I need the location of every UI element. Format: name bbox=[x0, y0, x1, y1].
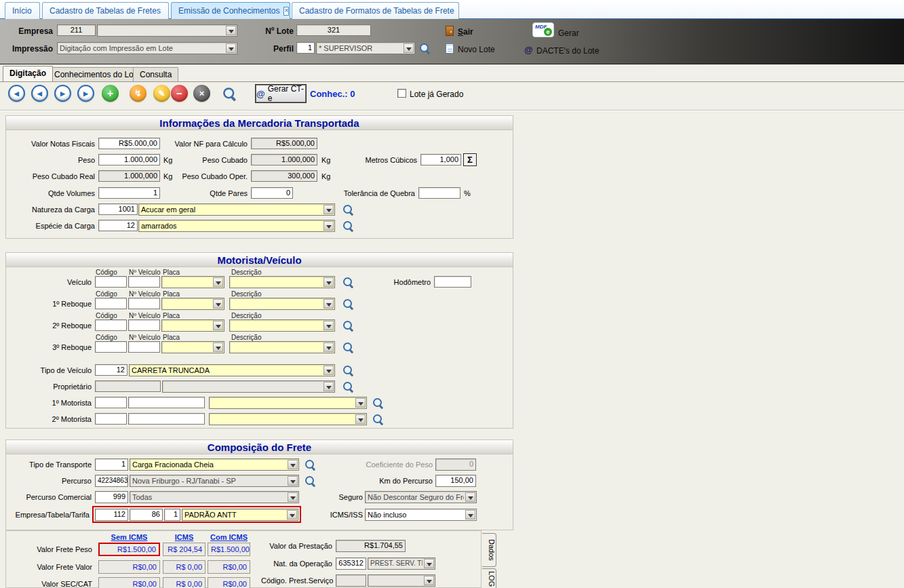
search-icon[interactable] bbox=[304, 459, 316, 471]
dacte-button[interactable]: DACTE's do Lote bbox=[536, 46, 599, 56]
dropdown-arrow-icon[interactable] bbox=[424, 576, 434, 585]
reboque2-descricao-combo[interactable] bbox=[229, 319, 335, 332]
veiculo-codigo-field[interactable] bbox=[95, 276, 127, 288]
peso-field[interactable]: 1.000,000 bbox=[98, 154, 160, 165]
reboque2-placa-combo[interactable] bbox=[161, 319, 224, 332]
icms-iss-combo[interactable]: Não incluso bbox=[365, 509, 477, 521]
side-tab-dados[interactable]: Dados bbox=[482, 533, 496, 567]
perfil-combo[interactable]: * SUPERVISOR bbox=[316, 42, 415, 54]
search-icon[interactable] bbox=[342, 204, 354, 216]
motorista1-codigo-field[interactable] bbox=[95, 397, 127, 408]
hodometro-field[interactable] bbox=[434, 276, 471, 288]
especie-combo[interactable]: amarrados bbox=[138, 220, 335, 232]
tipo-veiculo-code-field[interactable]: 12 bbox=[95, 364, 127, 376]
km-percurso-field[interactable]: 150,00 bbox=[435, 475, 476, 487]
perfil-code-field[interactable]: 1 bbox=[296, 42, 315, 54]
valor-notas-field[interactable]: R$5.000,00 bbox=[98, 138, 160, 149]
subtab-consulta[interactable]: Consulta bbox=[133, 67, 178, 81]
tab-emissao-conhecimentos[interactable]: Emissão de Conhecimentos × bbox=[171, 2, 290, 19]
side-tab-log[interactable]: LOG d bbox=[482, 568, 496, 588]
search-icon[interactable] bbox=[342, 220, 354, 232]
nav-next-button[interactable]: ▶ bbox=[54, 85, 71, 102]
empresa-tabela-tabela-field[interactable]: 86 bbox=[130, 509, 163, 521]
reboque2-num-field[interactable] bbox=[128, 319, 160, 331]
natureza-code-field[interactable]: 1001 bbox=[98, 203, 138, 215]
dropdown-arrow-icon[interactable] bbox=[323, 342, 334, 352]
close-tab-icon[interactable]: × bbox=[283, 7, 289, 16]
percurso-combo[interactable]: Nova Friburgo - RJ/Tanabi - SP bbox=[130, 475, 299, 487]
dropdown-arrow-icon[interactable] bbox=[323, 277, 334, 287]
search-icon[interactable] bbox=[372, 397, 384, 409]
veiculo-num-field[interactable] bbox=[128, 276, 160, 288]
empresa-tabela-tarifa-field[interactable]: 1 bbox=[164, 509, 180, 521]
search-icon[interactable] bbox=[304, 475, 316, 487]
search-icon[interactable] bbox=[372, 414, 384, 425]
sum-button[interactable]: Σ bbox=[463, 153, 477, 166]
subtab-conhecimentos-lote[interactable]: Conhecimentos do Lote bbox=[47, 67, 147, 81]
motorista2-codigo-field[interactable] bbox=[95, 413, 127, 425]
nav-first-button[interactable]: ◀ bbox=[8, 85, 25, 102]
dropdown-arrow-icon[interactable] bbox=[323, 299, 334, 309]
dropdown-arrow-icon[interactable] bbox=[288, 476, 298, 486]
impressao-combo[interactable]: Digitação com Impressão em Lote bbox=[57, 42, 237, 54]
nav-last-button[interactable]: ▶ bbox=[77, 85, 94, 102]
dropdown-arrow-icon[interactable] bbox=[226, 43, 236, 53]
percurso-comercial-code-field[interactable]: 999 bbox=[95, 491, 128, 503]
dropdown-arrow-icon[interactable] bbox=[323, 382, 334, 391]
dropdown-arrow-icon[interactable] bbox=[323, 321, 334, 330]
tab-cadastro-tabelas-fretes[interactable]: Cadastro de Tabelas de Fretes bbox=[42, 2, 169, 19]
empresa-tabela-combo[interactable]: PADRÃO ANTT bbox=[182, 509, 298, 521]
motorista1-combo[interactable] bbox=[209, 397, 367, 409]
delete-record-button[interactable]: − bbox=[171, 85, 188, 102]
veiculo-placa-combo[interactable] bbox=[161, 276, 224, 288]
dropdown-arrow-icon[interactable] bbox=[465, 510, 475, 520]
reboque3-placa-combo[interactable] bbox=[161, 341, 224, 353]
qtde-pares-field[interactable]: 0 bbox=[251, 187, 293, 199]
tipo-transporte-combo[interactable]: Carga Fracionada Cheia bbox=[130, 458, 299, 471]
edit-record-button[interactable]: ✎ bbox=[153, 85, 170, 102]
dropdown-arrow-icon[interactable] bbox=[355, 414, 366, 424]
motorista2-doc-field[interactable] bbox=[128, 413, 205, 425]
nat-operacao-code-field[interactable]: 635312 bbox=[336, 557, 366, 570]
reboque3-descricao-combo[interactable] bbox=[229, 341, 335, 353]
gerar-cte-button[interactable]: @ Gerar CT-e bbox=[256, 85, 306, 102]
dropdown-arrow-icon[interactable] bbox=[213, 277, 223, 287]
natureza-combo[interactable]: Acucar em geral bbox=[138, 203, 335, 216]
reboque1-num-field[interactable] bbox=[128, 298, 160, 309]
empresa-field[interactable]: 211 bbox=[57, 24, 96, 36]
reboque1-placa-combo[interactable] bbox=[161, 298, 224, 310]
reboque3-codigo-field[interactable] bbox=[95, 341, 127, 353]
tipo-veiculo-combo[interactable]: CARRETA TRUNCADA bbox=[129, 364, 335, 376]
motorista1-doc-field[interactable] bbox=[128, 397, 205, 408]
dropdown-arrow-icon[interactable] bbox=[213, 299, 223, 309]
dropdown-arrow-icon[interactable] bbox=[323, 366, 334, 375]
search-icon[interactable] bbox=[342, 381, 354, 393]
tipo-transporte-code-field[interactable]: 1 bbox=[95, 458, 128, 471]
dropdown-arrow-icon[interactable] bbox=[288, 460, 298, 469]
add-record-button[interactable]: + bbox=[102, 85, 119, 102]
nat-operacao-combo[interactable]: PREST. SERV. TRANS bbox=[368, 557, 435, 570]
dropdown-arrow-icon[interactable] bbox=[213, 342, 223, 352]
post-record-button[interactable]: ↯ bbox=[130, 85, 146, 102]
sair-button[interactable]: Sair bbox=[458, 27, 473, 37]
dropdown-arrow-icon[interactable] bbox=[355, 398, 366, 408]
search-icon[interactable] bbox=[342, 277, 354, 288]
subtab-digitacao[interactable]: Digitação bbox=[3, 66, 53, 81]
dropdown-arrow-icon[interactable] bbox=[226, 26, 236, 35]
tolerancia-field[interactable] bbox=[418, 187, 460, 199]
dropdown-arrow-icon[interactable] bbox=[465, 492, 475, 502]
empresa-tabela-empresa-field[interactable]: 112 bbox=[95, 509, 128, 521]
search-icon[interactable] bbox=[342, 320, 354, 332]
tab-inicio[interactable]: Início bbox=[5, 2, 40, 19]
tab-cadastro-formatos[interactable]: Cadastro de Formatos de Tabelas de Frete bbox=[292, 2, 459, 19]
search-icon[interactable] bbox=[342, 365, 354, 376]
dropdown-arrow-icon[interactable] bbox=[323, 205, 334, 214]
qtde-volumes-field[interactable]: 1 bbox=[98, 187, 160, 199]
veiculo-descricao-combo[interactable] bbox=[229, 276, 335, 288]
reboque3-num-field[interactable] bbox=[128, 341, 160, 353]
gerar-button[interactable]: Gerar bbox=[558, 28, 579, 38]
search-icon[interactable] bbox=[342, 298, 354, 310]
empresa-combo[interactable] bbox=[97, 24, 237, 37]
search-icon[interactable] bbox=[419, 43, 431, 54]
reboque1-codigo-field[interactable] bbox=[95, 298, 127, 309]
